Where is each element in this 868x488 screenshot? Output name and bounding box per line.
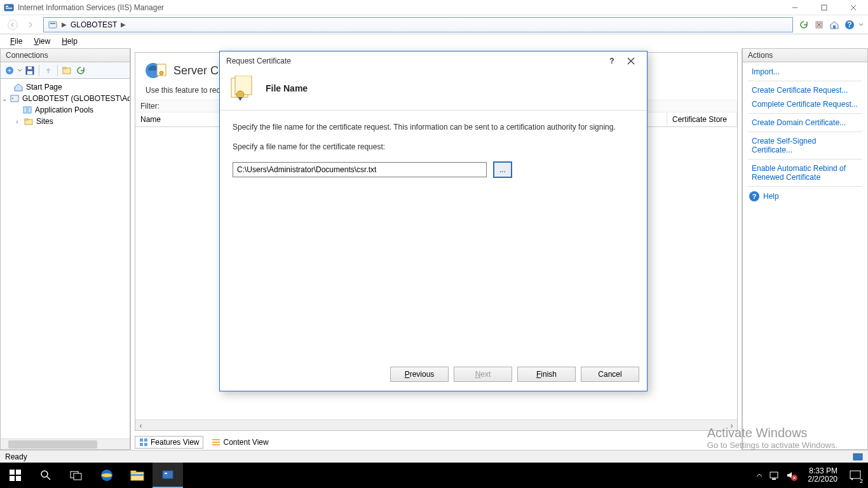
tree-label: GLOBOTEST (GLOBOTEST\Administrator) — [22, 94, 130, 103]
tree-label: Sites — [36, 117, 53, 126]
notification-badge: 2 — [860, 478, 863, 484]
tree-sites[interactable]: › Sites — [2, 116, 128, 127]
close-button[interactable] — [839, 0, 868, 15]
forward-button[interactable] — [22, 17, 39, 32]
scroll-left-icon[interactable]: ‹ — [135, 420, 146, 431]
svg-rect-38 — [853, 454, 862, 460]
cancel-button[interactable]: Cancel — [581, 367, 639, 382]
breadcrumb-separator: ▶ — [62, 21, 67, 28]
svg-rect-31 — [140, 438, 143, 442]
home-icon[interactable] — [827, 18, 841, 32]
action-center-button[interactable]: 2 — [843, 463, 868, 488]
start-button[interactable] — [0, 463, 31, 488]
svg-rect-27 — [25, 119, 28, 120]
grid-horizontal-scrollbar[interactable]: ‹ › — [135, 419, 737, 430]
previous-button[interactable]: Previous — [390, 367, 449, 382]
svg-point-7 — [8, 20, 18, 29]
taskbar-clock[interactable]: 8:33 PM 2/2/2020 — [803, 467, 843, 484]
server-icon — [48, 20, 58, 30]
action-help[interactable]: ? Help — [743, 189, 867, 204]
connections-tree[interactable]: Start Page ⌄ GLOBOTEST (GLOBOTEST\Admini… — [0, 79, 130, 450]
svg-rect-58 — [770, 472, 778, 478]
scroll-right-icon[interactable]: › — [726, 420, 737, 431]
tree-horizontal-scrollbar[interactable] — [1, 438, 130, 449]
minimize-button[interactable] — [780, 0, 810, 15]
address-bar[interactable]: ▶ GLOBOTEST ▶ — [43, 17, 793, 32]
svg-rect-46 — [10, 476, 15, 481]
tree-server-node[interactable]: ⌄ GLOBOTEST (GLOBOTEST\Administrator) — [2, 93, 128, 104]
taskbar-ie[interactable] — [92, 463, 122, 488]
maximize-button[interactable] — [810, 0, 839, 15]
dialog-help-button[interactable]: ? — [602, 53, 621, 69]
dialog-instruction-2: Specify a file name for the certificate … — [233, 142, 634, 152]
network-icon[interactable] — [770, 471, 780, 480]
iis-status-icon — [853, 452, 863, 462]
next-button: Next — [454, 367, 512, 382]
tree-app-pools[interactable]: Application Pools — [2, 104, 128, 116]
features-view-icon — [139, 438, 148, 447]
navigation-bar: ▶ GLOBOTEST ▶ ? — [0, 15, 868, 34]
help-icon[interactable]: ? — [843, 18, 857, 32]
svg-point-48 — [41, 471, 48, 477]
menu-view[interactable]: View — [29, 36, 55, 47]
taskbar: 8:33 PM 2/2/2020 2 — [0, 463, 868, 488]
explore-icon[interactable] — [60, 64, 73, 77]
help-dropdown-icon[interactable] — [858, 18, 864, 32]
svg-rect-8 — [49, 22, 57, 28]
filter-label: Filter: — [140, 102, 159, 111]
svg-rect-47 — [16, 476, 21, 481]
clock-date: 2/2/2020 — [808, 475, 837, 484]
svg-rect-19 — [27, 71, 32, 74]
status-text: Ready — [5, 452, 27, 461]
separator — [748, 81, 862, 81]
dialog-title-bar: Request Certificate ? — [220, 51, 647, 71]
svg-rect-55 — [131, 474, 144, 476]
home-icon — [13, 82, 24, 92]
volume-icon[interactable] — [786, 471, 796, 480]
finish-button[interactable]: Finish — [517, 367, 576, 382]
action-create-request[interactable]: Create Certificate Request... — [743, 83, 867, 97]
svg-rect-18 — [28, 67, 32, 69]
refresh-icon[interactable] — [74, 64, 87, 77]
taskbar-explorer[interactable] — [122, 463, 153, 488]
connections-header: Connections — [0, 48, 130, 62]
refresh-all-icon[interactable] — [797, 18, 811, 32]
tray-chevron-icon[interactable] — [756, 471, 763, 479]
svg-rect-9 — [50, 23, 55, 24]
folder-icon — [24, 116, 34, 126]
action-create-self-signed[interactable]: Create Self-Signed Certificate... — [743, 134, 867, 157]
file-path-input[interactable] — [233, 162, 487, 177]
menu-help[interactable]: Help — [57, 36, 83, 47]
stop-icon[interactable] — [812, 18, 826, 32]
expand-icon[interactable]: › — [13, 118, 21, 125]
collapse-icon[interactable]: ⌄ — [2, 95, 7, 102]
tab-content-view[interactable]: Content View — [207, 436, 273, 449]
tab-features-view[interactable]: Features View — [135, 436, 203, 449]
dropdown-icon[interactable] — [17, 65, 22, 76]
svg-rect-53 — [131, 472, 144, 480]
tree-label: Application Pools — [35, 105, 93, 114]
actions-panel: Actions Import... Create Certificate Req… — [742, 48, 868, 450]
save-icon[interactable] — [24, 64, 36, 77]
breadcrumb-server[interactable]: GLOBOTEST — [71, 20, 117, 29]
svg-rect-34 — [144, 443, 147, 446]
action-complete-request[interactable]: Complete Certificate Request... — [743, 97, 867, 111]
up-icon[interactable] — [42, 64, 55, 77]
action-import[interactable]: Import... — [743, 65, 867, 79]
breadcrumb-separator: ▶ — [121, 21, 126, 28]
system-tray[interactable] — [749, 471, 803, 480]
search-button[interactable] — [31, 463, 61, 488]
browse-button[interactable]: ... — [493, 161, 512, 178]
back-button[interactable] — [4, 17, 22, 32]
action-enable-rebind[interactable]: Enable Automatic Rebind of Renewed Certi… — [743, 161, 867, 184]
certificates-icon — [144, 59, 167, 82]
dialog-close-button[interactable] — [621, 53, 641, 69]
menu-file[interactable]: File — [5, 36, 27, 47]
svg-rect-4 — [822, 5, 827, 10]
column-store[interactable]: Certificate Store — [667, 112, 737, 126]
task-view-button[interactable] — [61, 463, 92, 488]
taskbar-iis-manager[interactable] — [153, 463, 183, 488]
tree-start-page[interactable]: Start Page — [2, 81, 128, 93]
connect-icon[interactable] — [3, 64, 16, 77]
action-create-domain[interactable]: Create Domain Certificate... — [743, 116, 867, 130]
